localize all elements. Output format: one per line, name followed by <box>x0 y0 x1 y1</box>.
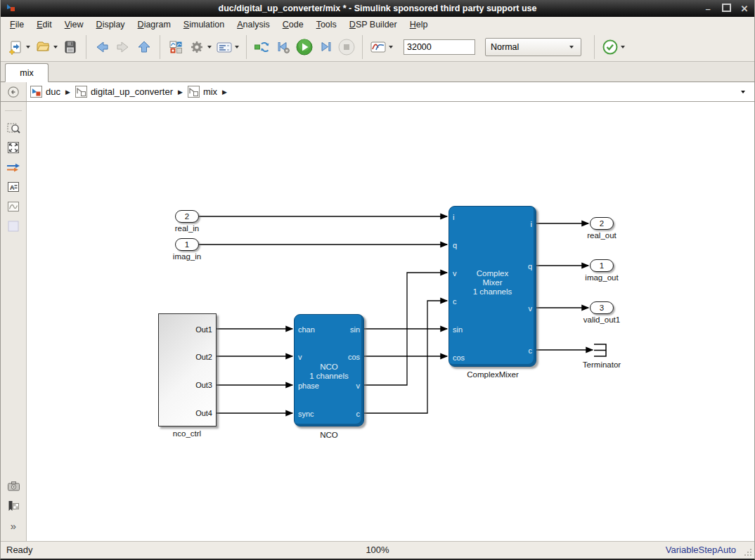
port-label: v <box>529 304 533 313</box>
status-bar: Ready 100% VariableStepAuto <box>1 541 754 559</box>
inport-label[interactable]: imag_in <box>173 252 201 261</box>
port-label: Out2 <box>195 352 212 362</box>
port-label: i <box>453 212 454 222</box>
outport-block[interactable]: 1 <box>590 259 614 272</box>
port-label: c <box>453 297 457 306</box>
forward-button[interactable] <box>113 36 133 58</box>
inport-block[interactable]: 1 <box>175 238 199 251</box>
nco-ctrl-block[interactable]: Out1 Out2 Out3 Out4 <box>158 313 217 426</box>
port-label: sin <box>350 325 360 334</box>
zoom-level: 100% <box>366 545 389 555</box>
window-title: duc/digital_up_converter/mix * - Simulin… <box>1 4 754 13</box>
close-icon[interactable]: ✕ <box>739 4 750 14</box>
outport-block[interactable]: 2 <box>590 217 614 230</box>
menu-simulation[interactable]: Simulation <box>177 18 231 31</box>
model-config-button[interactable] <box>214 36 234 58</box>
port-label: q <box>453 240 457 250</box>
breadcrumb-item-mix[interactable]: mix <box>203 86 217 97</box>
complex-mixer-label[interactable]: ComplexMixer <box>467 370 519 379</box>
breadcrumb-back-icon[interactable] <box>7 86 20 98</box>
nco-block-title: NCO 1 channels <box>295 363 363 381</box>
data-inspector-caret-icon[interactable] <box>389 46 393 48</box>
zoom-region-icon[interactable] <box>1 118 26 138</box>
complex-mixer-block[interactable]: i q v c sin cos i q v c Complex Mixer 1 … <box>449 206 536 367</box>
model-config-caret-icon[interactable] <box>235 46 239 48</box>
back-button[interactable] <box>92 36 112 58</box>
menu-dsp-builder[interactable]: DSP Builder <box>343 18 404 31</box>
inport-block[interactable]: 2 <box>175 210 199 223</box>
step-forward-button[interactable] <box>316 36 335 58</box>
port-label: v <box>298 352 302 362</box>
open-folder-icon <box>35 39 51 55</box>
stop-time-input[interactable] <box>404 39 475 55</box>
port-label: v <box>356 381 361 391</box>
status-text: Ready <box>6 545 33 555</box>
screenshot-camera-icon[interactable] <box>1 476 26 496</box>
update-diagram-button[interactable] <box>252 36 272 58</box>
outport-label[interactable]: real_out <box>587 231 617 240</box>
library-browser-button[interactable] <box>166 36 186 58</box>
image-annotation-icon[interactable] <box>1 197 26 216</box>
sim-mode-select[interactable]: Normal <box>485 38 581 56</box>
solver-indicator[interactable]: VariableStepAuto <box>666 545 736 555</box>
outport-block[interactable]: 3 <box>590 301 614 314</box>
breadcrumb-item-duc[interactable]: duc <box>46 86 60 97</box>
maximize-icon[interactable] <box>721 4 732 14</box>
inport-label[interactable]: real_in <box>175 224 200 233</box>
up-arrow-icon <box>136 39 152 55</box>
nco-block[interactable]: chan v phase sync sin cos v c NCO 1 chan… <box>294 314 364 426</box>
outport-label[interactable]: valid_out1 <box>583 315 620 324</box>
model-advisor-button[interactable] <box>600 36 620 58</box>
settings-caret-icon[interactable] <box>207 46 212 48</box>
menu-tools[interactable]: Tools <box>310 18 343 31</box>
port-label: i <box>531 219 532 229</box>
run-icon <box>295 38 314 56</box>
subsystem-node-icon <box>188 86 200 98</box>
open-button[interactable] <box>33 36 53 58</box>
run-button[interactable] <box>295 36 314 58</box>
menu-help[interactable]: Help <box>404 18 434 31</box>
outport-label[interactable]: imag_out <box>585 273 618 282</box>
menu-edit[interactable]: Edit <box>30 18 58 31</box>
menu-display[interactable]: Display <box>90 18 131 31</box>
terminator-glyph[interactable] <box>594 344 606 356</box>
breadcrumb-dropdown-icon[interactable] <box>741 91 745 93</box>
signal-lines-icon[interactable] <box>1 157 26 177</box>
resize-grip[interactable] <box>744 548 752 556</box>
annotation-icon[interactable]: A <box>1 177 26 197</box>
menu-file[interactable]: File <box>4 18 30 31</box>
terminator-label[interactable]: Terminator <box>583 360 621 369</box>
up-to-parent-button[interactable] <box>134 36 154 58</box>
new-model-caret-icon[interactable] <box>26 46 30 48</box>
back-arrow-icon <box>94 39 110 55</box>
nco-ctrl-label[interactable]: nco_ctrl <box>173 429 201 438</box>
box-annotation-icon[interactable] <box>1 216 26 236</box>
stop-button[interactable] <box>337 36 356 58</box>
port-label: cos <box>348 352 360 362</box>
expand-palette-icon[interactable]: » <box>1 516 26 535</box>
open-caret-icon[interactable] <box>53 46 58 48</box>
model-advisor-check-icon <box>602 39 619 56</box>
model-canvas[interactable]: 2 real_in 1 imag_in Out1 Out2 Out3 Out4 … <box>27 102 754 541</box>
menu-analysis[interactable]: Analysis <box>231 18 276 31</box>
step-back-button[interactable] <box>273 36 293 58</box>
step-back-icon <box>276 39 291 55</box>
settings-gear-icon <box>189 39 205 55</box>
data-inspector-button[interactable] <box>368 36 388 58</box>
menu-code[interactable]: Code <box>276 18 310 31</box>
signal-wires[interactable] <box>27 102 754 541</box>
nco-label[interactable]: NCO <box>320 431 338 439</box>
viewmarks-icon[interactable] <box>1 496 26 516</box>
tab-mix[interactable]: mix <box>5 63 49 82</box>
menu-view[interactable]: View <box>58 18 90 31</box>
model-config-icon <box>216 39 233 55</box>
minimize-icon[interactable]: – <box>702 4 714 14</box>
breadcrumb-item-digital-up-converter[interactable]: digital_up_converter <box>91 86 173 97</box>
new-model-button[interactable] <box>6 36 25 58</box>
save-button[interactable] <box>60 36 80 58</box>
model-advisor-caret-icon[interactable] <box>621 46 625 48</box>
model-node-icon <box>30 86 42 98</box>
menu-diagram[interactable]: Diagram <box>131 18 177 31</box>
settings-button[interactable] <box>187 36 207 58</box>
fit-to-view-icon[interactable] <box>1 138 26 157</box>
